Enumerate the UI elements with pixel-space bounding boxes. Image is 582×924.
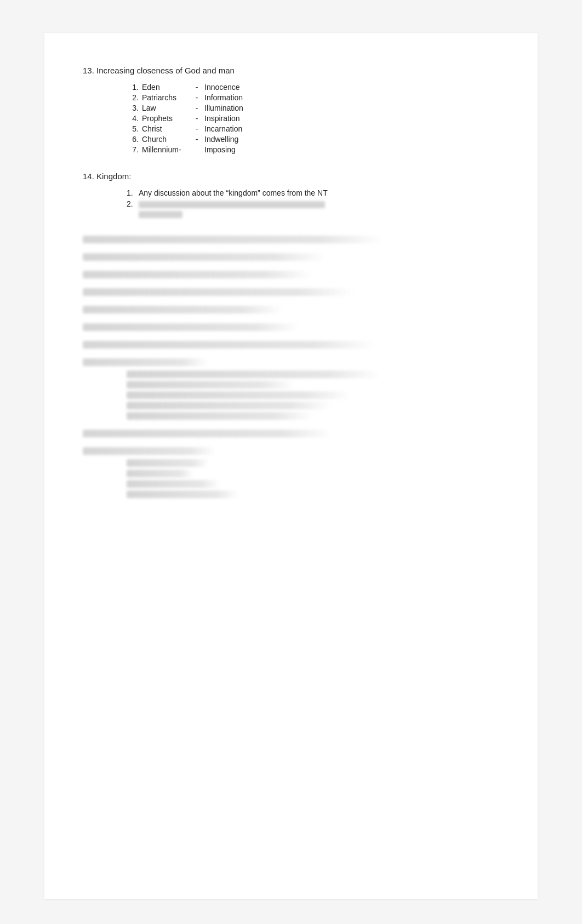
item-num: 1.: [127, 83, 139, 92]
item-num: 4.: [127, 114, 139, 123]
item-value: Inspiration: [204, 114, 240, 123]
item-label: Christ: [142, 124, 191, 133]
list-item: 2.: [127, 199, 499, 218]
blurred-section-23: [83, 430, 499, 437]
section-13: 13. Increasing closeness of God and man …: [83, 66, 499, 154]
blurred-section-20: [83, 323, 499, 331]
blurred-section-21: [83, 341, 499, 349]
blurred-section-22: [83, 358, 499, 420]
item-value: Incarnation: [204, 124, 242, 133]
item-num: 2.: [127, 93, 139, 102]
section-14: 14. Kingdom: 1. Any discussion about the…: [83, 172, 499, 218]
list-item: 6. Church - Indwelling: [127, 135, 499, 144]
item-num: 6.: [127, 135, 139, 144]
item-num: 7.: [127, 145, 139, 154]
item-num: 5.: [127, 124, 139, 133]
item-label: Church: [142, 135, 191, 144]
item-value: Innocence: [204, 83, 240, 92]
item-dash: -: [191, 114, 202, 123]
item-value: Information: [204, 93, 243, 102]
list-item: 5. Christ - Incarnation: [127, 124, 499, 133]
item-dash: -: [191, 104, 202, 112]
item-dash: -: [191, 93, 202, 102]
blurred-section-16: [83, 253, 499, 261]
item-dash: -: [191, 83, 202, 92]
item-value: Indwelling: [204, 135, 238, 144]
item-dash: -: [191, 124, 202, 133]
blurred-section-15: [83, 236, 499, 243]
list-item: 3. Law - Illumination: [127, 104, 499, 112]
page: 13. Increasing closeness of God and man …: [44, 33, 538, 899]
section-14-title: 14. Kingdom:: [83, 172, 499, 181]
section-13-list: 1. Eden - Innocence 2. Patriarchs - Info…: [127, 83, 499, 154]
item-label: Prophets: [142, 114, 191, 123]
item-text: Any discussion about the “kingdom” comes…: [139, 189, 328, 197]
list-item: 4. Prophets - Inspiration: [127, 114, 499, 123]
item-label: Eden: [142, 83, 191, 92]
blurred-section-17: [83, 271, 499, 278]
item-dash: -: [191, 135, 202, 144]
list-item: 1. Eden - Innocence: [127, 83, 499, 92]
item-num: 1.: [127, 189, 139, 197]
blurred-section-19: [83, 306, 499, 313]
item-num: 3.: [127, 104, 139, 112]
blurred-section-18: [83, 288, 499, 296]
section-14-list: 1. Any discussion about the “kingdom” co…: [127, 189, 499, 218]
list-item: 7. Millennium- Imposing: [127, 145, 499, 154]
list-item: 2. Patriarchs - Information: [127, 93, 499, 102]
item-text: [139, 199, 325, 218]
item-label: Law: [142, 104, 191, 112]
item-label: Patriarchs: [142, 93, 191, 102]
item-value: Imposing: [204, 145, 236, 154]
list-item: 1. Any discussion about the “kingdom” co…: [127, 189, 499, 197]
item-label: Millennium-: [142, 145, 191, 154]
blurred-sublist-2: [127, 459, 499, 498]
item-value: Illumination: [204, 104, 243, 112]
blurred-sublist: [127, 370, 499, 420]
item-num: 2.: [127, 199, 139, 218]
blurred-section-24: [83, 447, 499, 498]
section-13-title: 13. Increasing closeness of God and man: [83, 66, 499, 75]
